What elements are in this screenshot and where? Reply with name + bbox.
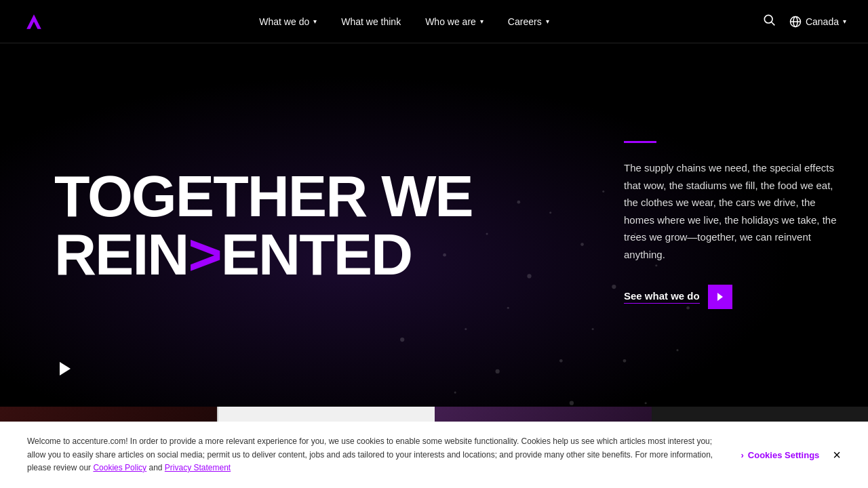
chevron-down-icon: ▾ (843, 18, 846, 25)
svg-point-22 (623, 359, 627, 363)
chevron-down-icon: ▾ (313, 18, 317, 25)
nav-what-we-do[interactable]: What we do ▾ (259, 16, 317, 27)
chevron-down-icon: ▾ (546, 18, 549, 25)
svg-point-13 (465, 328, 467, 330)
svg-point-21 (454, 392, 456, 394)
nav-what-we-think[interactable]: What we think (341, 16, 401, 27)
svg-point-1 (764, 15, 772, 23)
hero-section: TOGETHER WE REIN>ENTED The supply chains… (0, 43, 868, 407)
hero-title-accent: > (188, 222, 220, 287)
cookies-policy-link[interactable]: Cookies Policy (93, 463, 146, 472)
svg-point-20 (570, 401, 574, 405)
navigation: What we do ▾ What we think Who we are ▾ … (0, 0, 868, 43)
hero-title-line2: REIN>ENTED (54, 225, 570, 283)
nav-careers[interactable]: Careers ▾ (508, 16, 549, 27)
nav-links: What we do ▾ What we think Who we are ▾ … (259, 16, 549, 27)
svg-point-16 (496, 369, 500, 373)
svg-marker-0 (26, 14, 41, 29)
cookie-close-button[interactable]: × (833, 447, 841, 463)
svg-marker-32 (60, 362, 71, 375)
svg-line-2 (772, 22, 775, 26)
hero-content-right: The supply chains we need, the special e… (610, 114, 868, 336)
svg-point-14 (559, 359, 563, 363)
country-selector[interactable]: Canada ▾ (789, 16, 846, 28)
hero-headline: TOGETHER WE REIN>ENTED (54, 167, 570, 283)
hero-title-line1: TOGETHER WE (54, 167, 570, 225)
svg-marker-31 (717, 293, 723, 301)
svg-point-29 (676, 349, 678, 351)
svg-point-17 (592, 328, 594, 330)
chevron-right-icon: › (741, 450, 744, 460)
hero-cta-text: See what we do (624, 290, 700, 304)
hero-cta-button[interactable] (708, 285, 732, 309)
play-button[interactable] (54, 358, 76, 380)
svg-point-30 (400, 338, 404, 342)
nav-utilities: Canada ▾ (762, 13, 846, 30)
privacy-statement-link[interactable]: Privacy Statement (165, 463, 231, 472)
svg-point-27 (645, 402, 647, 404)
chevron-down-icon: ▾ (480, 18, 484, 25)
hero-title-post: ENTED (221, 222, 412, 287)
hero-description: The supply chains we need, the special e… (624, 159, 841, 263)
cookie-text: Welcome to accenture.com! In order to pr… (27, 435, 728, 474)
cookie-banner: Welcome to accenture.com! In order to pr… (0, 422, 868, 488)
hero-divider (624, 141, 656, 143)
country-label: Canada (806, 16, 839, 27)
search-icon[interactable] (762, 13, 776, 30)
cookie-settings-label: Cookies Settings (748, 450, 819, 460)
hero-title-pre: REIN (54, 222, 188, 287)
nav-who-we-are[interactable]: Who we are ▾ (425, 16, 484, 27)
close-icon: × (833, 447, 841, 462)
cookie-and: and (149, 463, 164, 472)
hero-cta[interactable]: See what we do (624, 285, 841, 309)
logo[interactable] (22, 9, 46, 34)
cookie-settings-button[interactable]: › Cookies Settings (741, 450, 820, 460)
hero-content-left: TOGETHER WE REIN>ENTED (0, 126, 610, 324)
